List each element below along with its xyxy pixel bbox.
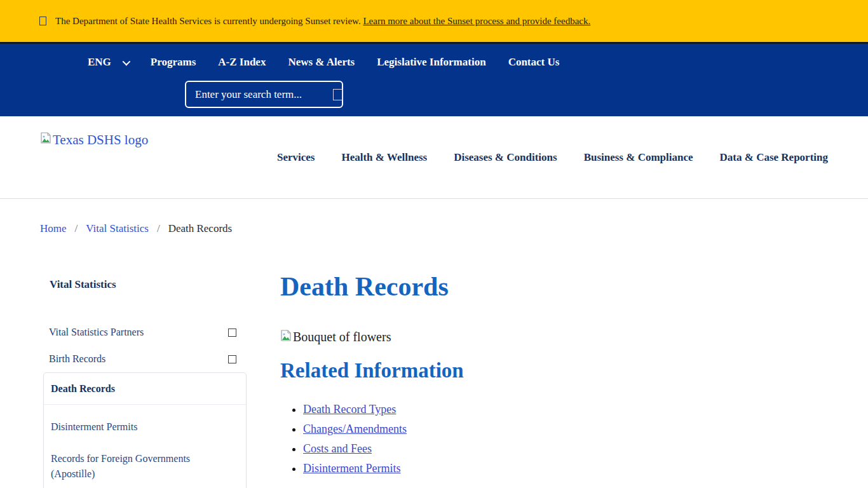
page-title: Death Records <box>280 272 839 301</box>
logo-alt-text: Texas DSHS logo <box>53 132 148 148</box>
broken-image-icon <box>280 329 292 345</box>
link-disinterment-permits[interactable]: Disinterment Permits <box>303 462 400 475</box>
bouquet-image-placeholder: Bouquet of flowers <box>280 329 839 345</box>
link-costs-and-fees[interactable]: Costs and Fees <box>303 442 372 455</box>
sunset-review-banner: The Department of State Health Services … <box>0 0 868 42</box>
sunset-feedback-link[interactable]: Learn more about the Sunset process and … <box>363 16 590 26</box>
search-input[interactable] <box>195 88 328 101</box>
topnav-item-az-index[interactable]: A-Z Index <box>218 56 266 69</box>
link-death-record-types[interactable]: Death Record Types <box>303 403 396 416</box>
nav-item-health-wellness[interactable]: Health & Wellness <box>341 151 427 164</box>
chevron-down-icon <box>122 57 130 65</box>
main-content: Death Records Bouquet of flowers Related… <box>280 272 839 482</box>
sidebar-item-label: Vital Statistics Partners <box>49 327 144 338</box>
sidebar-subitem-foreign-governments[interactable]: Records for Foreign Governments (Apostil… <box>44 443 246 488</box>
topnav-item-contact-us[interactable]: Contact Us <box>508 56 560 69</box>
topnav-item-programs[interactable]: Programs <box>151 56 196 69</box>
utility-nav: ENG Programs A-Z Index News & Alerts Leg… <box>88 56 559 69</box>
nav-item-services[interactable]: Services <box>277 151 315 164</box>
image-alt-text: Bouquet of flowers <box>293 330 391 344</box>
page: The Department of State Health Services … <box>0 0 868 488</box>
sidebar-subitem-disinterment-permits[interactable]: Disinterment Permits <box>44 411 246 443</box>
sidebar-sublist: Disinterment Permits Records for Foreign… <box>44 405 246 488</box>
sidebar-list: Vital Statistics Partners Birth Records … <box>40 319 247 488</box>
primary-nav: Services Health & Wellness Diseases & Co… <box>277 151 828 164</box>
list-item: Death Record Types <box>303 403 839 416</box>
breadcrumb-separator: / <box>157 222 160 235</box>
related-information-title: Related Information <box>280 359 839 383</box>
breadcrumb-current: Death Records <box>168 222 233 235</box>
sidebar-title: Vital Statistics <box>40 278 247 291</box>
banner-text: The Department of State Health Services … <box>55 16 590 27</box>
sidebar-vital-statistics: Vital Statistics Vital Statistics Partne… <box>40 278 247 488</box>
breadcrumb-home[interactable]: Home <box>40 222 67 235</box>
sidebar-active-group: Death Records Disinterment Permits Recor… <box>43 372 247 488</box>
sidebar-item-label: Death Records <box>51 383 115 395</box>
list-item: Costs and Fees <box>303 442 839 456</box>
sidebar-item-vital-statistics-partners[interactable]: Vital Statistics Partners <box>40 319 247 346</box>
list-item: Disinterment Permits <box>303 462 839 475</box>
topnav-item-legislative-information[interactable]: Legislative Information <box>377 56 485 69</box>
sidebar-item-death-records[interactable]: Death Records <box>44 373 246 405</box>
related-links-list: Death Record Types Changes/Amendments Co… <box>280 403 839 475</box>
utility-header: ENG Programs A-Z Index News & Alerts Leg… <box>0 44 868 116</box>
banner-alert-icon <box>39 17 46 25</box>
language-dropdown[interactable]: ENG <box>88 56 128 69</box>
broken-image-icon <box>40 132 51 148</box>
search-icon[interactable] <box>333 89 342 100</box>
dshs-logo-link[interactable]: Texas DSHS logo <box>40 132 148 148</box>
language-label: ENG <box>88 56 111 69</box>
search-box <box>185 81 343 108</box>
expand-icon[interactable] <box>228 329 236 337</box>
link-changes-amendments[interactable]: Changes/Amendments <box>303 423 407 435</box>
nav-item-diseases-conditions[interactable]: Diseases & Conditions <box>454 151 557 164</box>
expand-icon[interactable] <box>228 355 236 363</box>
sidebar-item-label: Birth Records <box>49 353 105 365</box>
breadcrumb-vital-statistics[interactable]: Vital Statistics <box>86 222 149 235</box>
sidebar-item-birth-records[interactable]: Birth Records <box>40 346 247 372</box>
nav-item-business-compliance[interactable]: Business & Compliance <box>584 151 693 164</box>
site-header: Texas DSHS logo Services Health & Wellne… <box>0 116 868 199</box>
topnav-item-news-alerts[interactable]: News & Alerts <box>288 56 355 69</box>
nav-item-data-case-reporting[interactable]: Data & Case Reporting <box>720 151 828 164</box>
breadcrumb-separator: / <box>75 222 78 235</box>
list-item: Changes/Amendments <box>303 423 839 436</box>
banner-message: The Department of State Health Services … <box>55 16 361 26</box>
breadcrumb: Home / Vital Statistics / Death Records <box>40 222 232 235</box>
